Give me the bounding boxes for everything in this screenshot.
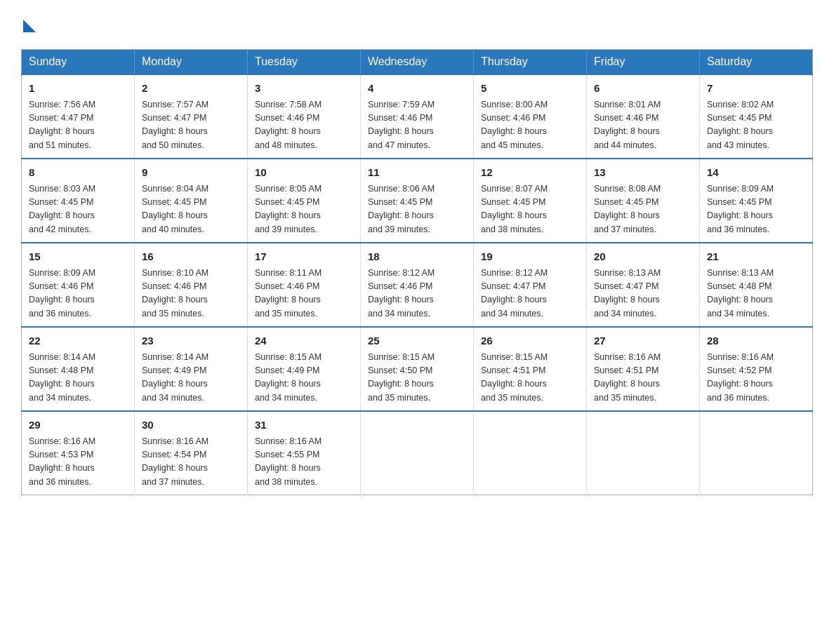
day-number: 5 (481, 81, 579, 97)
weekday-header-wednesday: Wednesday (361, 50, 474, 75)
day-number: 29 (29, 417, 127, 434)
calendar-cell (587, 411, 700, 495)
day-info: Sunrise: 7:56 AM Sunset: 4:47 PM Dayligh… (29, 98, 127, 153)
svg-marker-0 (23, 20, 36, 32)
calendar-cell: 6Sunrise: 8:01 AM Sunset: 4:46 PM Daylig… (587, 74, 700, 159)
day-number: 24 (255, 333, 353, 349)
calendar-week-row: 1Sunrise: 7:56 AM Sunset: 4:47 PM Daylig… (22, 74, 813, 159)
calendar-cell (700, 411, 813, 495)
day-info: Sunrise: 8:13 AM Sunset: 4:47 PM Dayligh… (594, 267, 692, 321)
calendar-week-row: 15Sunrise: 8:09 AM Sunset: 4:46 PM Dayli… (22, 243, 813, 327)
day-number: 20 (594, 249, 692, 265)
day-info: Sunrise: 8:16 AM Sunset: 4:52 PM Dayligh… (707, 351, 805, 405)
day-info: Sunrise: 7:59 AM Sunset: 4:46 PM Dayligh… (368, 98, 466, 153)
weekday-header-thursday: Thursday (474, 50, 587, 75)
logo (21, 14, 36, 35)
day-number: 4 (368, 81, 466, 97)
day-info: Sunrise: 8:13 AM Sunset: 4:48 PM Dayligh… (707, 267, 805, 321)
day-info: Sunrise: 8:16 AM Sunset: 4:51 PM Dayligh… (594, 351, 692, 405)
day-number: 30 (142, 417, 240, 434)
calendar-table: SundayMondayTuesdayWednesdayThursdayFrid… (21, 49, 813, 495)
day-info: Sunrise: 8:07 AM Sunset: 4:45 PM Dayligh… (481, 182, 579, 237)
calendar-cell: 15Sunrise: 8:09 AM Sunset: 4:46 PM Dayli… (22, 243, 135, 327)
calendar-cell: 27Sunrise: 8:16 AM Sunset: 4:51 PM Dayli… (587, 327, 700, 411)
day-number: 1 (29, 81, 127, 97)
calendar-cell: 17Sunrise: 8:11 AM Sunset: 4:46 PM Dayli… (248, 243, 361, 327)
calendar-cell (474, 411, 587, 495)
calendar-week-row: 8Sunrise: 8:03 AM Sunset: 4:45 PM Daylig… (22, 159, 813, 243)
weekday-header-sunday: Sunday (22, 50, 135, 75)
calendar-cell: 3Sunrise: 7:58 AM Sunset: 4:46 PM Daylig… (248, 74, 361, 159)
day-number: 9 (142, 165, 240, 181)
weekday-header-saturday: Saturday (700, 50, 813, 75)
day-number: 23 (142, 333, 240, 349)
calendar-cell: 8Sunrise: 8:03 AM Sunset: 4:45 PM Daylig… (22, 159, 135, 243)
calendar-cell: 24Sunrise: 8:15 AM Sunset: 4:49 PM Dayli… (248, 327, 361, 411)
calendar-cell: 16Sunrise: 8:10 AM Sunset: 4:46 PM Dayli… (135, 243, 248, 327)
day-number: 17 (255, 249, 353, 265)
day-info: Sunrise: 8:15 AM Sunset: 4:49 PM Dayligh… (255, 351, 353, 405)
day-number: 28 (707, 333, 805, 349)
day-info: Sunrise: 8:16 AM Sunset: 4:55 PM Dayligh… (255, 435, 353, 490)
day-info: Sunrise: 8:12 AM Sunset: 4:46 PM Dayligh… (368, 267, 466, 321)
day-number: 18 (368, 249, 466, 265)
day-info: Sunrise: 8:16 AM Sunset: 4:53 PM Dayligh… (29, 435, 127, 490)
day-info: Sunrise: 7:57 AM Sunset: 4:47 PM Dayligh… (142, 98, 240, 153)
day-info: Sunrise: 8:14 AM Sunset: 4:48 PM Dayligh… (29, 351, 127, 405)
weekday-header-friday: Friday (587, 50, 700, 75)
day-info: Sunrise: 8:00 AM Sunset: 4:46 PM Dayligh… (481, 98, 579, 153)
day-number: 22 (29, 333, 127, 349)
day-info: Sunrise: 8:14 AM Sunset: 4:49 PM Dayligh… (142, 351, 240, 405)
day-number: 14 (707, 165, 805, 181)
page-header (21, 14, 813, 35)
calendar-cell (361, 411, 474, 495)
calendar-cell: 9Sunrise: 8:04 AM Sunset: 4:45 PM Daylig… (135, 159, 248, 243)
calendar-cell: 31Sunrise: 8:16 AM Sunset: 4:55 PM Dayli… (248, 411, 361, 495)
calendar-cell: 26Sunrise: 8:15 AM Sunset: 4:51 PM Dayli… (474, 327, 587, 411)
calendar-cell: 12Sunrise: 8:07 AM Sunset: 4:45 PM Dayli… (474, 159, 587, 243)
calendar-cell: 7Sunrise: 8:02 AM Sunset: 4:45 PM Daylig… (700, 74, 813, 159)
weekday-header-tuesday: Tuesday (248, 50, 361, 75)
day-info: Sunrise: 8:01 AM Sunset: 4:46 PM Dayligh… (594, 98, 692, 153)
calendar-cell: 22Sunrise: 8:14 AM Sunset: 4:48 PM Dayli… (22, 327, 135, 411)
calendar-cell: 28Sunrise: 8:16 AM Sunset: 4:52 PM Dayli… (700, 327, 813, 411)
day-info: Sunrise: 8:12 AM Sunset: 4:47 PM Dayligh… (481, 267, 579, 321)
day-number: 31 (255, 417, 353, 434)
day-number: 13 (594, 165, 692, 181)
calendar-cell: 19Sunrise: 8:12 AM Sunset: 4:47 PM Dayli… (474, 243, 587, 327)
day-number: 11 (368, 165, 466, 181)
day-info: Sunrise: 8:05 AM Sunset: 4:45 PM Dayligh… (255, 182, 353, 237)
day-number: 15 (29, 249, 127, 265)
calendar-header-row: SundayMondayTuesdayWednesdayThursdayFrid… (22, 50, 813, 75)
day-info: Sunrise: 8:09 AM Sunset: 4:45 PM Dayligh… (707, 182, 805, 237)
day-number: 6 (594, 81, 692, 97)
day-number: 25 (368, 333, 466, 349)
calendar-cell: 13Sunrise: 8:08 AM Sunset: 4:45 PM Dayli… (587, 159, 700, 243)
calendar-week-row: 22Sunrise: 8:14 AM Sunset: 4:48 PM Dayli… (22, 327, 813, 411)
day-number: 19 (481, 249, 579, 265)
day-info: Sunrise: 8:03 AM Sunset: 4:45 PM Dayligh… (29, 182, 127, 237)
day-info: Sunrise: 8:04 AM Sunset: 4:45 PM Dayligh… (142, 182, 240, 237)
day-info: Sunrise: 8:10 AM Sunset: 4:46 PM Dayligh… (142, 267, 240, 321)
day-info: Sunrise: 8:09 AM Sunset: 4:46 PM Dayligh… (29, 267, 127, 321)
calendar-cell: 20Sunrise: 8:13 AM Sunset: 4:47 PM Dayli… (587, 243, 700, 327)
weekday-header-monday: Monday (135, 50, 248, 75)
calendar-cell: 11Sunrise: 8:06 AM Sunset: 4:45 PM Dayli… (361, 159, 474, 243)
calendar-cell: 18Sunrise: 8:12 AM Sunset: 4:46 PM Dayli… (361, 243, 474, 327)
calendar-cell: 25Sunrise: 8:15 AM Sunset: 4:50 PM Dayli… (361, 327, 474, 411)
day-number: 26 (481, 333, 579, 349)
calendar-cell: 4Sunrise: 7:59 AM Sunset: 4:46 PM Daylig… (361, 74, 474, 159)
calendar-cell: 1Sunrise: 7:56 AM Sunset: 4:47 PM Daylig… (22, 74, 135, 159)
day-number: 8 (29, 165, 127, 181)
calendar-cell: 10Sunrise: 8:05 AM Sunset: 4:45 PM Dayli… (248, 159, 361, 243)
day-info: Sunrise: 8:02 AM Sunset: 4:45 PM Dayligh… (707, 98, 805, 153)
day-info: Sunrise: 8:16 AM Sunset: 4:54 PM Dayligh… (142, 435, 240, 490)
day-number: 3 (255, 81, 353, 97)
logo-arrow-icon (23, 20, 36, 35)
day-info: Sunrise: 8:15 AM Sunset: 4:50 PM Dayligh… (368, 351, 466, 405)
calendar-cell: 5Sunrise: 8:00 AM Sunset: 4:46 PM Daylig… (474, 74, 587, 159)
day-info: Sunrise: 8:08 AM Sunset: 4:45 PM Dayligh… (594, 182, 692, 237)
day-number: 27 (594, 333, 692, 349)
calendar-cell: 23Sunrise: 8:14 AM Sunset: 4:49 PM Dayli… (135, 327, 248, 411)
day-number: 10 (255, 165, 353, 181)
